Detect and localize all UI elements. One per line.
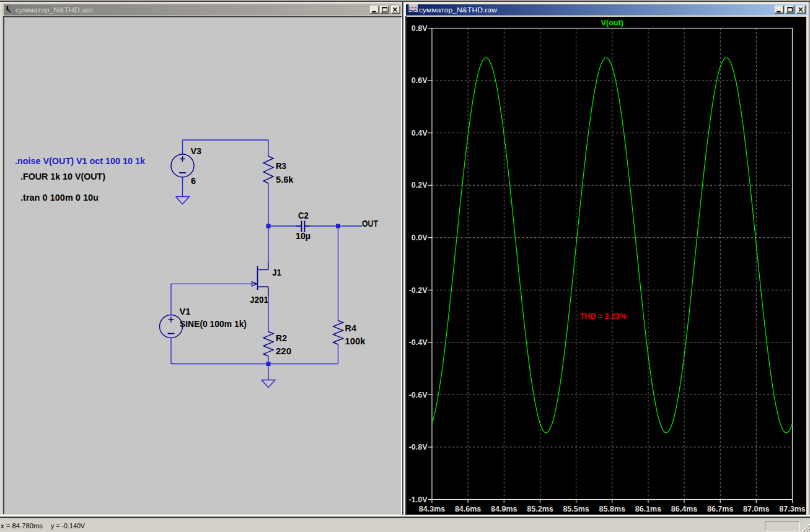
svg-text:84.3ms: 84.3ms	[419, 505, 445, 513]
svg-text:85.2ms: 85.2ms	[527, 505, 553, 513]
svg-text:5.6k: 5.6k	[276, 175, 294, 185]
svg-text:R4: R4	[345, 323, 357, 333]
svg-text:V(out): V(out)	[601, 19, 623, 27]
svg-text:C2: C2	[298, 211, 309, 220]
svg-text:0.8V: 0.8V	[412, 24, 428, 33]
svg-text:100k: 100k	[345, 336, 366, 346]
svg-text:-0.6V: -0.6V	[409, 391, 428, 399]
svg-text:-0.4V: -0.4V	[409, 338, 428, 347]
svg-text:0.6V: 0.6V	[412, 76, 428, 85]
svg-text:-1.0V: -1.0V	[409, 495, 428, 504]
svg-text:6: 6	[191, 176, 196, 186]
svg-text:THD = 2.23%: THD = 2.23%	[580, 312, 627, 321]
svg-text:V1: V1	[180, 307, 191, 316]
svg-text:R2: R2	[276, 333, 287, 343]
svg-text:OUT: OUT	[362, 219, 378, 229]
svg-text:R3: R3	[276, 161, 286, 171]
svg-text:y = -0.140V: y = -0.140V	[51, 522, 85, 530]
svg-text:J1: J1	[272, 268, 281, 277]
svg-text:J201: J201	[250, 295, 268, 305]
svg-text:85.5ms: 85.5ms	[563, 505, 589, 513]
svg-text:84.6ms: 84.6ms	[455, 505, 481, 513]
svg-text:10µ: 10µ	[296, 231, 310, 241]
svg-text:87.3ms: 87.3ms	[779, 505, 805, 513]
svg-text:84.9ms: 84.9ms	[491, 505, 517, 513]
svg-text:86.7ms: 86.7ms	[707, 505, 733, 513]
svg-text:220: 220	[276, 346, 291, 356]
svg-text:-0.2V: -0.2V	[409, 286, 428, 295]
svg-text:.FOUR 1k 10 V(OUT): .FOUR 1k 10 V(OUT)	[20, 171, 105, 181]
svg-text:86.1ms: 86.1ms	[635, 505, 661, 513]
svg-text:87.0ms: 87.0ms	[743, 505, 769, 513]
svg-text:0.2V: 0.2V	[412, 181, 428, 190]
svg-text:.tran 0 100m 0 10u: .tran 0 100m 0 10u	[20, 192, 99, 203]
svg-text:V3: V3	[191, 146, 202, 156]
svg-text:86.4ms: 86.4ms	[671, 505, 697, 513]
svg-text:SINE(0 100m 1k): SINE(0 100m 1k)	[180, 319, 247, 329]
svg-text:85.8ms: 85.8ms	[599, 505, 625, 513]
svg-text:.noise V(OUT) V1 oct 100 10 1k: .noise V(OUT) V1 oct 100 10 1k	[15, 155, 146, 166]
svg-text:сумматор_N&THD.raw: сумматор_N&THD.raw	[419, 6, 498, 14]
svg-text:x = 84.780ms: x = 84.780ms	[1, 522, 43, 530]
svg-text:-0.8V: -0.8V	[409, 443, 428, 451]
svg-text:0.4V: 0.4V	[412, 129, 428, 137]
svg-text:0.0V: 0.0V	[412, 233, 428, 242]
svg-text:сумматор_N&THD.asc: сумматор_N&THD.asc	[15, 6, 94, 14]
